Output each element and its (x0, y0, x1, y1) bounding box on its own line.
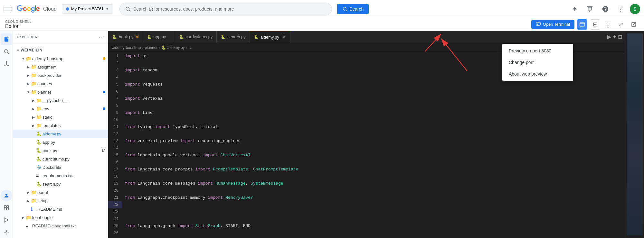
split-icon[interactable]: ✦ (612, 34, 617, 40)
tab-search-py[interactable]: 🐍 search.py (217, 31, 250, 43)
secondary-actions: Open Terminal ⊟ ⋮ ⤢ (531, 19, 639, 30)
folder-icon: 📁 (36, 123, 41, 128)
preview-port-8080-item[interactable]: Preview on port 8080 (502, 45, 573, 57)
breadcrumb-folder: planner (145, 45, 157, 50)
project-dot (66, 7, 69, 11)
topbar-right: ✦ ⋮ S (568, 3, 640, 15)
tab-app-py[interactable]: 🐍 app.py (143, 31, 175, 43)
folder-expand-icon: ▼ (21, 57, 26, 60)
tree-expand-icon: ▼ (15, 49, 21, 52)
breadcrumb-sep: › (186, 45, 187, 50)
more-options-icon-btn[interactable]: ⋮ (614, 3, 627, 15)
activity-run-icon[interactable] (1, 214, 12, 226)
folder-icon: 📁 (31, 81, 36, 86)
tab-book-py[interactable]: 🐍 book.py M (108, 31, 143, 43)
sidebar-item-pycache[interactable]: ▶ 📁 __pycache__ (13, 96, 108, 105)
maximize-icon[interactable]: ⊡ (618, 34, 622, 40)
sidebar-item-label: courses (37, 81, 105, 86)
svg-point-11 (4, 65, 5, 66)
sidebar-item-env[interactable]: ▶ 📁 env (13, 105, 108, 113)
sidebar-item-label: assigment (37, 65, 105, 69)
sidebar-item-label: templates (43, 123, 105, 128)
sidebar-item-readme-cloudshell[interactable]: ≡ README-cloudshell.txt (13, 222, 108, 230)
tab-label: curriculums.py (186, 34, 213, 39)
sidebar-item-static[interactable]: ▶ 📁 static (13, 113, 108, 121)
tab-close-button[interactable]: ✕ (282, 34, 286, 40)
breadcrumb-sep: › (159, 45, 160, 50)
sidebar-item-courses[interactable]: ▶ 📁 courses (13, 79, 108, 88)
sidebar-item-label: portal (37, 190, 105, 195)
python-file-icon: 🐍 (36, 181, 41, 187)
folder-expand-icon: ▶ (26, 191, 31, 194)
change-port-item[interactable]: Change port (502, 57, 573, 68)
svg-point-13 (5, 194, 7, 196)
activity-bar (0, 31, 13, 238)
sparkle-icon-btn[interactable]: ✦ (568, 3, 581, 15)
activity-extensions-icon[interactable] (1, 202, 12, 214)
sidebar-item-search-py[interactable]: 🐍 search.py (13, 180, 108, 188)
sidebar-item-label: legal-eagle (32, 215, 105, 220)
tab-modified-indicator: M (136, 35, 139, 39)
svg-rect-17 (6, 208, 8, 210)
sidebar-item-bookprovider[interactable]: ▶ 📁 bookprovider (13, 71, 108, 79)
folder-icon: 📁 (26, 215, 31, 220)
sidebar-item-label: aidemy-boostrap (32, 56, 101, 61)
sidebar-item-label: aidemy.py (43, 132, 105, 136)
search-button[interactable]: Search (337, 4, 369, 14)
folder-icon: 📁 (26, 56, 31, 61)
expand-button[interactable]: ⤢ (616, 19, 626, 30)
sidebar-item-aidemy-boostrap[interactable]: ▼ 📁 aidemy-boostrap (13, 54, 108, 63)
hamburger-menu[interactable] (4, 5, 12, 13)
sidebar-item-label: setup (37, 198, 105, 203)
folder-expand-icon: ▶ (21, 216, 26, 219)
svg-point-7 (581, 23, 582, 23)
folder-icon: 📁 (31, 64, 36, 69)
sidebar-item-aidemy-py[interactable]: 🐍 aidemy.py (13, 130, 108, 138)
open-terminal-button[interactable]: Open Terminal (531, 20, 574, 29)
line-numbers: 12345 678910 1112131415 1617181920 2122 … (108, 52, 122, 238)
activity-user-icon[interactable] (1, 190, 12, 201)
sidebar-item-app-py[interactable]: 🐍 app.py (13, 138, 108, 146)
cloud-label: Cloud (43, 6, 57, 12)
open-editor-button[interactable] (629, 19, 639, 30)
sidebar-item-portal[interactable]: ▶ 📁 portal (13, 188, 108, 197)
search-btn-label: Search (349, 6, 364, 12)
modified-badge (103, 107, 105, 110)
sidebar-item-label: requirements.txt (43, 173, 105, 178)
web-preview-button[interactable] (577, 19, 587, 30)
sidebar-item-setup[interactable]: ▶ 📁 setup (13, 197, 108, 205)
sidebar-item-curriculums-py[interactable]: 🐍 curriculums.py (13, 155, 108, 163)
activity-search-icon[interactable] (1, 46, 12, 57)
tree-root-item[interactable]: ▼ WEIMEILIN (13, 46, 108, 54)
sidebar-item-book-py[interactable]: 🐍 book.py M (13, 146, 108, 155)
sidebar-item-templates[interactable]: ▶ 📁 templates (13, 121, 108, 130)
avatar[interactable]: S (630, 4, 640, 14)
sidebar-item-planner[interactable]: ▼ 📁 planner (13, 88, 108, 96)
sidebar-item-legal-eagle[interactable]: ▶ 📁 legal-eagle (13, 213, 108, 222)
sidebar-item-label: __pycache__ (43, 98, 105, 103)
sidebar-item-label: README-cloudshell.txt (32, 224, 105, 228)
notifications-icon-btn[interactable] (583, 3, 596, 15)
sidebar-item-assigment[interactable]: ▶ 📁 assigment (13, 63, 108, 71)
sidebar-item-readme-md[interactable]: ℹ README.md (13, 205, 108, 213)
run-icon[interactable]: ▶ (607, 34, 611, 40)
split-editor-button[interactable]: ⊟ (590, 19, 600, 30)
file-tree: ▼ WEIMEILIN ▼ 📁 aidemy-boostrap ▶ 📁 (13, 45, 108, 231)
about-web-preview-item[interactable]: About web preview (502, 68, 573, 80)
secondary-bar: CLOUD SHELL Editor Open Terminal ⊟ ⋮ ⤢ (0, 18, 644, 31)
project-selector[interactable]: My Project 58761 ▼ (62, 4, 113, 14)
tab-curriculums-py[interactable]: 🐍 curriculums.py (175, 31, 217, 43)
activity-debug-icon[interactable] (1, 226, 12, 238)
search-input[interactable] (133, 6, 327, 12)
activity-files-icon[interactable] (1, 33, 12, 45)
sidebar-item-requirements-txt[interactable]: ≡ requirements.txt (13, 171, 108, 180)
tab-aidemy-py[interactable]: 🐍 aidemy.py ✕ (250, 31, 290, 43)
sidebar-more-icon[interactable]: ⋯ (98, 33, 104, 41)
sidebar-item-dockerfile[interactable]: 🐳 Dockerfile (13, 163, 108, 171)
activity-git-icon[interactable] (1, 58, 12, 69)
tab-python-icon: 🐍 (221, 35, 225, 39)
sidebar-item-label: Dockerfile (43, 165, 105, 170)
open-new-window-icon (631, 22, 637, 27)
help-icon-btn[interactable] (599, 3, 612, 15)
more-actions-button[interactable]: ⋮ (603, 19, 613, 30)
